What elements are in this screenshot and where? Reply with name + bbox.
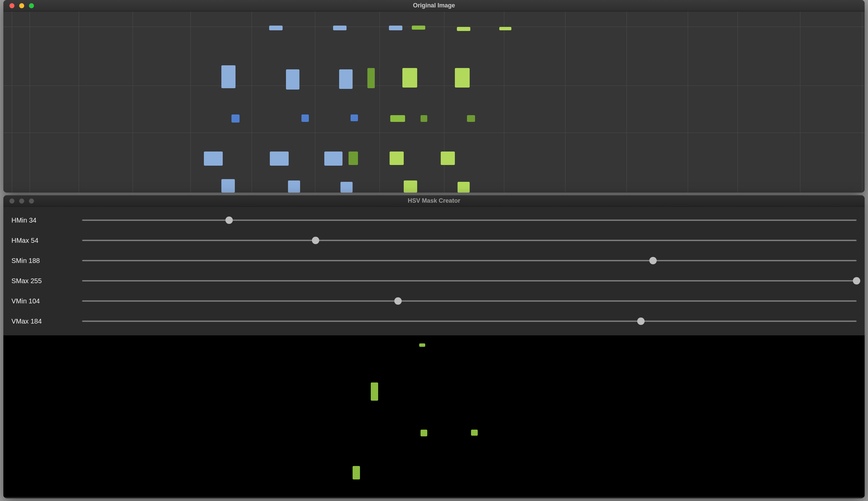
grid-line-v [12,11,12,193]
slider-label: SMax 255 [11,277,82,285]
image-block [455,68,470,87]
image-block [420,115,427,122]
image-block [324,151,342,166]
grid-line-v [380,11,380,193]
grid-line-v [190,11,191,193]
close-icon[interactable] [9,3,14,8]
close-icon[interactable] [9,198,14,203]
image-block [286,70,299,89]
maximize-icon[interactable] [29,3,34,8]
grid-line-h [3,26,865,27]
image-block [499,27,512,30]
original-title: Original Image [413,2,455,9]
grid-line-h [3,133,865,133]
slider-hmax[interactable] [82,236,857,244]
hsv-mask-window: HSV Mask Creator HMin 34HMax 54SMin 188S… [3,195,865,498]
image-block [340,182,353,193]
image-block [458,182,470,193]
grid-line-v [862,11,862,193]
image-block [403,68,417,87]
minimize-icon[interactable] [19,3,24,8]
slider-thumb[interactable] [394,297,402,305]
hsv-titlebar[interactable]: HSV Mask Creator [3,195,865,207]
grid-line-v [626,11,627,193]
slider-row-vmax: VMax 184 [11,311,857,331]
image-block [349,151,358,165]
slider-thumb[interactable] [853,277,860,285]
slider-smin[interactable] [82,257,857,265]
image-block [389,25,403,30]
slider-smax[interactable] [82,277,857,285]
slider-track [82,300,857,302]
image-block [404,180,417,193]
traffic-lights [9,3,34,8]
grid-line-v [315,11,315,193]
grid-line-h [3,86,865,86]
original-titlebar[interactable]: Original Image [3,0,865,11]
slider-label: HMin 34 [11,216,82,224]
grid-line-v [444,11,444,193]
slider-row-hmax: HMax 54 [11,230,857,250]
mask-block [371,383,378,401]
slider-track [82,240,857,241]
image-block [221,65,235,88]
grid-line-v [565,11,565,193]
slider-track [82,280,857,281]
image-block [204,151,223,166]
grid-line-v [252,11,252,193]
slider-hmin[interactable] [82,216,857,224]
image-block [288,180,300,193]
slider-thumb[interactable] [226,216,233,224]
image-block [441,151,455,165]
slider-track [82,321,857,322]
slider-thumb[interactable] [637,318,645,325]
image-block [389,151,404,165]
hsv-title: HSV Mask Creator [408,197,460,204]
image-block [269,25,283,30]
slider-row-smax: SMax 255 [11,271,857,291]
image-block [333,25,347,30]
grid-line-v [800,11,800,193]
slider-row-vmin: VMin 104 [11,291,857,311]
mask-block [420,430,427,436]
slider-vmin[interactable] [82,297,857,305]
slider-track [82,260,857,261]
image-block [339,70,353,89]
image-block [231,115,240,122]
slider-label: SMin 188 [11,257,82,265]
original-image-canvas [3,11,865,193]
slider-panel: HMin 34HMax 54SMin 188SMax 255VMin 104VM… [3,207,865,335]
slider-thumb[interactable] [312,237,319,244]
image-block [467,115,475,122]
grid-line-v [79,11,79,193]
slider-label: VMin 104 [11,297,82,305]
slider-row-smin: SMin 188 [11,250,857,271]
slider-vmax[interactable] [82,317,857,325]
original-image-window: Original Image [3,0,865,193]
grid-line-v [504,11,504,193]
image-block [301,115,309,122]
mask-block [419,343,425,347]
grid-line-v [133,11,133,193]
grid-line-v [737,11,738,193]
traffic-lights [9,198,34,203]
image-block [270,151,289,166]
slider-label: VMax 184 [11,318,82,325]
image-block [457,27,470,31]
image-block [390,115,405,122]
slider-track [82,220,857,221]
image-block [367,68,375,88]
maximize-icon[interactable] [29,198,34,203]
mask-output-canvas [3,335,865,497]
minimize-icon[interactable] [19,198,24,203]
grid-line-v [688,11,688,193]
mask-block [471,430,478,436]
mask-block [353,466,360,479]
slider-label: HMax 54 [11,237,82,244]
image-block [221,179,235,193]
grid-line-v [30,11,30,193]
image-block [412,25,425,30]
slider-row-hmin: HMin 34 [11,210,857,230]
slider-thumb[interactable] [649,257,657,264]
image-block [351,115,358,121]
